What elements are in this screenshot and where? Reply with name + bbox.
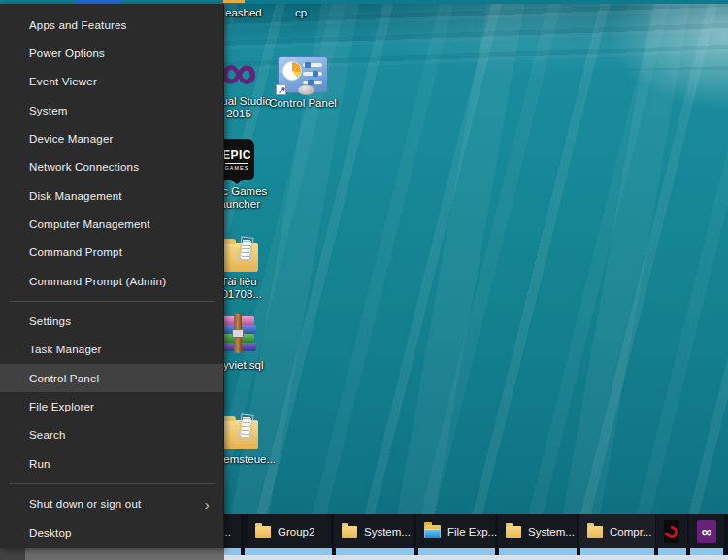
menu-item-desktop[interactable]: Desktop — [0, 518, 223, 546]
menu-item-control-panel[interactable]: Control Panel — [0, 364, 223, 392]
taskbar-button-label: System... — [528, 526, 575, 538]
folder-icon — [506, 526, 521, 538]
epic-badge-text: EPIC — [222, 148, 251, 162]
app-underline — [245, 548, 332, 555]
taskbar-button-garena[interactable] — [656, 514, 687, 548]
epic-games-icon: EPIC GAMES — [219, 139, 254, 180]
taskbar-button-label: Compr... — [610, 526, 651, 538]
menu-item-system[interactable]: System — [0, 96, 223, 124]
winrar-icon — [221, 316, 256, 351]
icon-label-line: 2015 — [226, 108, 251, 119]
file-explorer-icon — [424, 525, 441, 538]
menu-item-label: Device Manager — [29, 133, 114, 145]
app-underline — [336, 548, 414, 555]
folder-icon — [219, 243, 258, 272]
pie-chart-icon — [282, 61, 302, 81]
menu-item-disk-management[interactable]: Disk Management — [0, 181, 223, 210]
mouse-icon — [298, 85, 314, 95]
underline-row — [224, 548, 728, 555]
menu-item-apps-and-features[interactable]: Apps and Features — [0, 11, 223, 39]
menu-item-label: Task Manager — [29, 344, 102, 355]
epic-badge-subtext: GAMES — [225, 163, 249, 171]
menu-item-event-viewer[interactable]: Event Viewer — [0, 68, 223, 96]
menu-item-search[interactable]: Search — [0, 421, 223, 449]
menu-item-run[interactable]: Run — [0, 449, 223, 478]
menu-item-command-prompt-admin[interactable]: Command Prompt (Admin) — [0, 267, 223, 295]
winx-context-menu: Apps and Features Power Options Event Vi… — [0, 4, 224, 548]
taskbar-button-compr[interactable]: Compr... — [579, 514, 655, 548]
menu-item-label: Search — [29, 429, 66, 441]
app-underline — [499, 548, 577, 555]
desktop-icon-control-panel[interactable]: ↗ Control Panel — [256, 50, 349, 110]
menu-separator — [0, 478, 223, 490]
menu-item-task-manager[interactable]: Task Manager — [0, 336, 223, 364]
document-icon — [238, 413, 253, 440]
shortcut-arrow-icon: ↗ — [276, 84, 286, 95]
app-underline — [690, 548, 723, 555]
desktop-icon-label-partial[interactable]: eashed — [225, 7, 262, 18]
slider-bar — [303, 72, 322, 76]
app-underline — [658, 548, 686, 555]
menu-item-label: Run — [29, 458, 50, 470]
slider-bar — [303, 81, 322, 84]
desktop-icon-label-cp[interactable]: cp — [295, 7, 307, 18]
strip-under-taskbar — [224, 548, 728, 560]
taskbar-button-system-1[interactable]: System... — [334, 514, 414, 548]
menu-item-label: Desktop — [29, 527, 72, 539]
control-panel-icon: ↗ — [278, 56, 328, 93]
app-underline — [418, 548, 495, 555]
menu-item-settings[interactable]: Settings — [0, 307, 223, 335]
taskbar-button-label: Group2 — [278, 526, 314, 538]
visual-studio-icon: ∞ — [697, 520, 716, 543]
folder-icon — [255, 526, 271, 538]
menu-item-command-prompt[interactable]: Command Prompt — [0, 239, 223, 267]
taskbar-button-file-explorer[interactable]: File Exp... — [416, 514, 495, 548]
menu-item-label: File Explorer — [29, 401, 94, 412]
app-underline-active — [580, 548, 654, 555]
garena-icon — [664, 520, 679, 543]
slider-bar — [303, 63, 322, 67]
menu-item-label: Command Prompt (Admin) — [29, 276, 166, 287]
menu-item-label: Computer Management — [29, 218, 150, 230]
menu-item-label: Settings — [29, 315, 71, 327]
taskbar-button-label: System... — [364, 526, 411, 538]
taskbar-button-system-2[interactable]: System... — [498, 514, 577, 548]
menu-item-label: Power Options — [29, 48, 105, 59]
menu-item-shut-down-or-sign-out[interactable]: Shut down or sign out › — [0, 490, 223, 518]
chevron-right-icon: › — [205, 497, 210, 511]
menu-item-label: System — [29, 105, 68, 116]
buckle — [232, 329, 244, 338]
menu-item-label: Network Connections — [29, 161, 139, 173]
menu-item-label: Shut down or sign out — [29, 498, 141, 510]
menu-item-computer-management[interactable]: Computer Management — [0, 210, 223, 238]
taskbar-button-label: File Exp... — [447, 526, 497, 538]
menu-item-device-manager[interactable]: Device Manager — [0, 124, 223, 152]
folder-icon — [219, 420, 258, 449]
menu-item-power-options[interactable]: Power Options — [0, 39, 223, 67]
menu-item-label: Apps and Features — [29, 19, 127, 31]
folder-icon — [587, 526, 603, 538]
visual-studio-icon: ∞ — [220, 52, 256, 91]
menu-item-label: Event Viewer — [29, 76, 97, 87]
strip-under-menu — [0, 548, 224, 560]
menu-item-label: Control Panel — [29, 373, 99, 384]
folder-icon-fragment — [223, 0, 245, 3]
taskbar-button-visual-studio[interactable]: ∞ — [689, 514, 724, 548]
menu-item-file-explorer[interactable]: File Explorer — [0, 392, 223, 420]
menu-item-label: Disk Management — [29, 190, 122, 202]
document-icon — [238, 236, 253, 262]
bottom-strip — [0, 548, 728, 560]
menu-item-network-connections[interactable]: Network Connections — [0, 153, 223, 181]
menu-separator — [0, 295, 223, 307]
taskbar-button-group2[interactable]: Group2 — [248, 514, 331, 548]
icon-label-line: Tài liệu — [220, 276, 256, 287]
icon-label-line: Control Panel — [269, 97, 337, 109]
folder-icon — [342, 526, 357, 538]
app-underline — [224, 548, 241, 555]
menu-item-label: Command Prompt — [29, 247, 122, 258]
